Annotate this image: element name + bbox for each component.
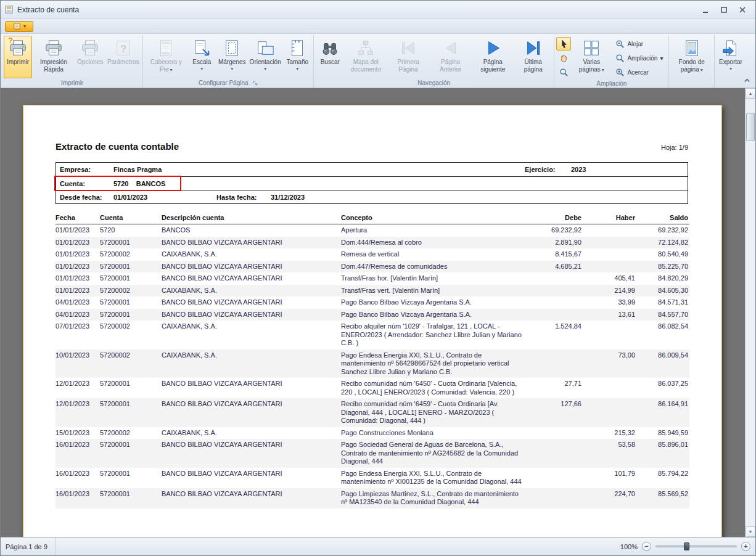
- cell-concepto: Recibo alquiler núm '1029' - Trafalgar, …: [341, 321, 532, 350]
- pagina-siguiente-button[interactable]: Página siguiente: [472, 36, 514, 78]
- zoom-tool-button[interactable]: [556, 65, 571, 79]
- size-icon: [288, 38, 306, 59]
- cell-haber: [583, 237, 636, 249]
- table-header: Fecha Cuenta Descripción cuenta Concepto…: [55, 213, 689, 224]
- button-label: Tamaño: [286, 59, 308, 66]
- fondo-de-pagina-button[interactable]: Fondo de página▾: [671, 36, 712, 78]
- button-label: Parámetros: [107, 59, 139, 65]
- exportar-button[interactable]: Exportar▾: [717, 36, 745, 78]
- application-menu-button[interactable]: ▾: [5, 21, 33, 32]
- chevron-down-icon: ▾: [218, 66, 245, 72]
- vertical-scrollbar[interactable]: ▲ ▼: [745, 88, 755, 537]
- table-row: 01/01/202357200002CAIXABANK, S.A.Remesa …: [55, 248, 689, 261]
- cell-fecha: 01/01/2023: [55, 248, 100, 261]
- group-label-navegacion: Navegación: [316, 78, 552, 88]
- header-row-fechas: Desde fecha: 01/01/2023 Hasta fecha: 31/…: [56, 190, 688, 203]
- zoom-increase-button[interactable]: +: [741, 542, 750, 551]
- impresion-rapida-button[interactable]: Impresión Rápida: [33, 36, 75, 78]
- ribbon-tab-strip: ▾: [1, 19, 755, 34]
- page-indicator: Página 1 de 9: [6, 538, 55, 555]
- scroll-up-icon[interactable]: ▲: [746, 88, 755, 99]
- options-icon: [81, 38, 99, 59]
- pointer-tool-button[interactable]: [556, 37, 571, 51]
- orientacion-button[interactable]: Orientación▾: [248, 36, 282, 78]
- print-preview-area[interactable]: Extracto de cuenta contable Hoja: 1/9 Em…: [1, 88, 755, 537]
- cell-fecha: 01/01/2023: [55, 237, 100, 249]
- button-label: Orientación: [250, 59, 281, 66]
- cell-fecha: 04/01/2023: [55, 296, 100, 309]
- dialog-launcher-icon[interactable]: [252, 80, 258, 86]
- primera-pagina-button: Primera Página: [387, 36, 429, 78]
- cell-descripcion: CAIXABANK, S.A.: [162, 321, 341, 350]
- ribbon-group-imprimir: ? Imprimir Impresión Rápida Opciones Par…: [2, 35, 143, 88]
- maximize-button[interactable]: [717, 4, 731, 15]
- scrollbar-thumb[interactable]: [746, 113, 755, 141]
- cell-cuenta: 57200001: [100, 296, 162, 309]
- group-label-ampliacion: Ampliación: [556, 79, 667, 88]
- cell-saldo: 86.037,25: [636, 378, 689, 398]
- acercar-button[interactable]: Acercar: [612, 65, 667, 79]
- document-map-icon: [356, 38, 375, 59]
- alejar-button[interactable]: Alejar: [612, 37, 667, 51]
- titlebar: Extracto de cuenta: [1, 1, 755, 19]
- cell-saldo: 85.794,22: [636, 468, 689, 488]
- chevron-down-icon: ▾: [192, 66, 211, 72]
- zoom-slider[interactable]: [655, 542, 737, 551]
- tamano-button[interactable]: Tamaño▾: [283, 36, 311, 78]
- report-page: Extracto de cuenta contable Hoja: 1/9 Em…: [23, 105, 722, 537]
- group-content: ? Imprimir Impresión Rápida Opciones Par…: [4, 36, 141, 78]
- cell-cuenta: 57200001: [100, 488, 162, 509]
- chevron-down-icon: ▾: [719, 66, 742, 72]
- close-button[interactable]: [736, 4, 749, 15]
- escala-button[interactable]: Escala▾: [187, 36, 216, 78]
- group-content: Exportar▾: [717, 36, 745, 78]
- pagina-anterior-button: Página Anterior: [430, 36, 471, 78]
- table-row: 01/01/202357200001BANCO BILBAO VIZCAYA A…: [55, 237, 689, 249]
- cell-descripcion: BANCO BILBAO VIZCAYA ARGENTARI: [162, 309, 341, 321]
- ejercicio-value: 2023: [571, 163, 586, 176]
- cell-concepto: Pago Construcciones Monlana: [341, 427, 532, 439]
- cell-descripcion: CAIXABANK, S.A.: [162, 248, 341, 261]
- chevron-down-icon: ▾: [602, 67, 604, 73]
- imprimir-button[interactable]: ? Imprimir: [4, 36, 32, 78]
- ultima-pagina-button[interactable]: Última página: [514, 36, 552, 78]
- maximize-icon: [720, 6, 728, 14]
- cell-saldo: 85.569,52: [636, 488, 689, 509]
- ampliacion-button[interactable]: Ampliación ▾: [612, 51, 667, 65]
- varias-paginas-button[interactable]: Varias páginas▾: [572, 36, 611, 79]
- cell-concepto: Transf/Fras vert. [Valentín Marín]: [341, 285, 532, 297]
- button-label: Página Anterior: [440, 59, 461, 73]
- zoom-slider-thumb[interactable]: [684, 542, 689, 550]
- cell-debe: [532, 296, 583, 309]
- cell-debe: [532, 439, 583, 468]
- zoom-slider-track[interactable]: [655, 546, 737, 547]
- page-indicator-text: Página 1 de 9: [6, 543, 47, 550]
- table-row: 01/01/202357200002CAIXABANK, S.A.Transf/…: [55, 285, 689, 297]
- next-page-icon: [483, 38, 502, 59]
- cell-descripcion: BANCO BILBAO VIZCAYA ARGENTARI: [162, 468, 341, 488]
- table-row: 16/01/202357200001BANCO BILBAO VIZCAYA A…: [55, 439, 689, 468]
- table-row: 16/01/202357200001BANCO BILBAO VIZCAYA A…: [55, 468, 689, 488]
- cell-concepto: Pago Limpiezas Martinez, S.L., Contrato …: [341, 488, 532, 509]
- cell-haber: [583, 224, 636, 237]
- parameters-icon: [114, 38, 133, 59]
- cell-concepto: Remesa de vertical: [341, 248, 532, 261]
- zoom-icon: [615, 54, 625, 63]
- minimize-button[interactable]: [699, 4, 712, 15]
- cell-concepto: Dom.447/Remesa de comunidades: [341, 261, 532, 273]
- zoom-decrease-button[interactable]: −: [642, 542, 651, 551]
- cell-concepto: Pago Sociedad General de Aguas de Barcel…: [341, 439, 532, 468]
- cell-debe: 8.415,67: [532, 248, 583, 261]
- ejercicio-label: Ejercicio:: [525, 163, 556, 176]
- scroll-down-icon[interactable]: ▼: [746, 526, 755, 537]
- margins-icon: [223, 38, 241, 59]
- margenes-button[interactable]: Márgenes▾: [216, 36, 247, 78]
- cell-descripcion: BANCOS: [162, 224, 341, 237]
- multi-page-icon: [582, 38, 601, 59]
- hasta-fecha-label: Hasta fecha:: [216, 190, 257, 204]
- group-label-text: Navegación: [417, 80, 450, 86]
- hand-tool-button[interactable]: [556, 51, 571, 65]
- collapse-ribbon-button[interactable]: [741, 75, 752, 85]
- desde-fecha-value: 01/01/2023: [113, 190, 147, 204]
- buscar-button[interactable]: Buscar: [316, 36, 344, 78]
